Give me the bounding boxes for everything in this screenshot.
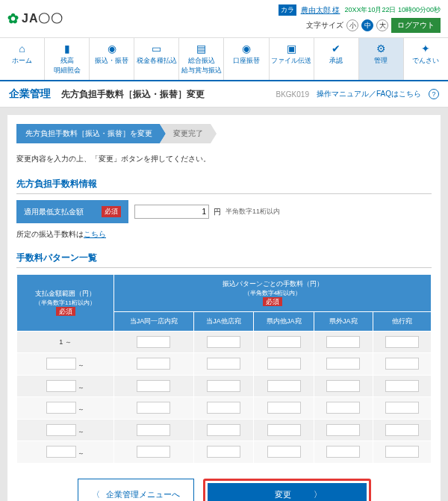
fee-input[interactable] [326, 358, 360, 370]
change-button[interactable]: 変更 〉 [208, 483, 367, 502]
nav-densai[interactable]: ✦でんさい [403, 38, 448, 80]
fee-cell [114, 397, 194, 420]
fee-input[interactable] [207, 358, 240, 370]
th-pattern: 振込パターンごとの手数料（円） [117, 279, 428, 289]
fee-input[interactable] [137, 336, 170, 348]
fee-input[interactable] [137, 424, 170, 436]
step-2: 変更完了 [160, 124, 217, 143]
densai-icon: ✦ [405, 43, 447, 55]
fee-input[interactable] [385, 380, 419, 392]
font-small-button[interactable]: 小 [346, 19, 358, 31]
nav-payroll[interactable]: ▤総合振込 給与賞与振込 [178, 38, 223, 80]
fee-input[interactable] [207, 446, 240, 458]
datetime: 20XX年10月22日 10時00分00秒 [344, 5, 441, 15]
fee-input[interactable] [385, 424, 419, 436]
fee-input[interactable] [326, 336, 360, 348]
fee-input[interactable] [267, 336, 301, 348]
fee-input[interactable] [267, 402, 301, 414]
nav-admin[interactable]: ⚙管理 [358, 38, 403, 80]
fee-input[interactable] [385, 446, 419, 458]
nav-balance[interactable]: ▮残高 明細照会 [44, 38, 89, 80]
fee-input[interactable] [207, 402, 240, 414]
home-icon: ⌂ [1, 43, 43, 55]
range-from-input[interactable] [46, 424, 76, 436]
fee-input[interactable] [326, 424, 360, 436]
fee-cell [314, 397, 373, 420]
screen-id: BKGK019 [276, 90, 309, 99]
fee-cell [373, 353, 431, 376]
back-button[interactable]: 〈 企業管理メニューへ [78, 479, 194, 502]
transfer-icon: ◉ [91, 43, 132, 55]
range-cell: ～ [17, 353, 114, 376]
nav-tax[interactable]: ▭税金各種払込 [134, 38, 178, 80]
page-category: 企業管理 [9, 87, 51, 101]
faq-link[interactable]: 操作マニュアル／FAQはこちら [317, 89, 421, 99]
fee-input[interactable] [326, 446, 360, 458]
fee-input[interactable] [207, 424, 240, 436]
fee-cell [314, 353, 373, 376]
fee-cell [254, 375, 314, 397]
range-from-input[interactable] [46, 446, 76, 458]
fee-cell [373, 332, 431, 353]
cycle-icon: ◉ [225, 43, 267, 55]
fee-input[interactable] [326, 380, 360, 392]
fee-cell [193, 397, 254, 420]
required-badge: 必須 [263, 297, 282, 306]
fee-cell [314, 419, 373, 441]
user-name[interactable]: 農由太郎 様 [301, 5, 340, 16]
logo-text: JA〇〇 [22, 11, 63, 27]
nav-approve[interactable]: ✔承認 [314, 38, 358, 80]
range-from-input[interactable] [46, 380, 76, 392]
gear-icon: ⚙ [361, 43, 402, 55]
fee-input[interactable] [207, 336, 240, 348]
fee-cell [114, 353, 194, 376]
fee-input[interactable] [267, 446, 301, 458]
chevron-left-icon: 〈 [92, 489, 100, 500]
check-icon: ✔ [316, 43, 357, 55]
fee-input[interactable] [207, 380, 240, 392]
required-badge: 必須 [56, 307, 75, 316]
page-title: 先方負担手数料［振込・振替］変更 [61, 88, 205, 101]
fee-input[interactable] [137, 358, 170, 370]
range-from-input[interactable] [46, 402, 76, 414]
fee-link[interactable]: こちら [84, 230, 106, 238]
fee-link-prefix: 所定の振込手数料は [16, 230, 84, 238]
step-1: 先方負担手数料［振込・振替］を変更 [16, 124, 166, 143]
fee-cell [373, 419, 431, 441]
fee-input[interactable] [267, 380, 301, 392]
fee-input[interactable] [137, 446, 170, 458]
fee-input[interactable] [267, 424, 301, 436]
fee-cell [314, 375, 373, 397]
fee-cell [254, 441, 314, 464]
range-cell: ～ [17, 419, 114, 441]
nav-transfer[interactable]: ◉振込・振替 [89, 38, 134, 80]
nav-home[interactable]: ⌂ホーム [0, 38, 44, 80]
range-cell: 1 ～ [17, 332, 114, 353]
section-pattern-title: 手数料パターン一覧 [16, 252, 432, 268]
nav-account[interactable]: ◉口座振替 [223, 38, 268, 80]
card-icon: ▭ [136, 43, 177, 55]
fee-input[interactable] [326, 402, 360, 414]
fee-input[interactable] [385, 336, 419, 348]
fee-cell [193, 419, 254, 441]
step-indicator: 先方負担手数料［振込・振替］を変更 変更完了 [16, 124, 432, 143]
chevron-right-icon: 〉 [314, 489, 322, 500]
help-icon[interactable]: ? [429, 89, 439, 99]
logo: ✿ JA〇〇 [7, 10, 63, 27]
fee-input[interactable] [385, 358, 419, 370]
font-large-button[interactable]: 大 [376, 19, 388, 31]
fee-input[interactable] [267, 358, 301, 370]
fee-cell [254, 353, 314, 376]
fee-input[interactable] [137, 380, 170, 392]
fee-cell [254, 332, 314, 353]
min-amount-input[interactable] [134, 205, 209, 219]
fee-input[interactable] [385, 402, 419, 414]
font-size-label: 文字サイズ [306, 20, 343, 31]
range-cell: ～ [17, 397, 114, 420]
nav-file[interactable]: ▣ファイル伝送 [269, 38, 314, 80]
font-medium-button[interactable]: 中 [361, 19, 373, 31]
required-badge: 必須 [102, 206, 121, 217]
fee-input[interactable] [137, 402, 170, 414]
logout-button[interactable]: ログアウト [391, 18, 441, 33]
range-from-input[interactable] [46, 358, 76, 370]
